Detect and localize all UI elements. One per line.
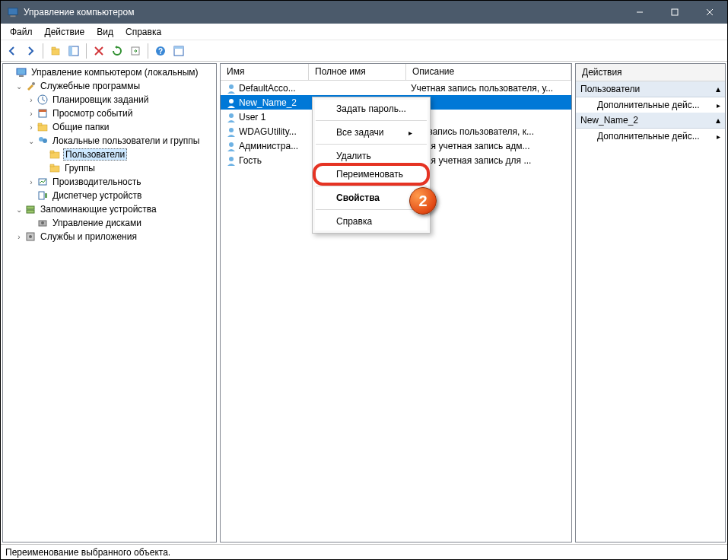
storage-icon: [24, 203, 37, 215]
tree-task-scheduler[interactable]: › Планировщик заданий: [3, 93, 216, 107]
svg-rect-34: [27, 206, 34, 209]
separator: [316, 209, 427, 210]
performance-icon: [37, 176, 49, 188]
svg-rect-1: [11, 15, 16, 17]
submenu-arrow-icon: ▸: [717, 101, 720, 110]
menu-file[interactable]: Файл: [4, 25, 39, 39]
show-hide-tree-button[interactable]: [65, 43, 82, 59]
tree-shared-folders[interactable]: › Общие папки: [3, 120, 216, 134]
ctx-all-tasks[interactable]: Все задачи▸: [315, 123, 428, 142]
submenu-arrow-icon: ▸: [717, 132, 720, 141]
collapse-arrow-icon: ▴: [716, 115, 720, 126]
svg-rect-22: [39, 110, 46, 112]
user-icon: [225, 140, 237, 152]
collapse-arrow-icon: ▴: [716, 84, 720, 94]
menu-help[interactable]: Справка: [119, 25, 167, 39]
services-icon: [24, 231, 37, 243]
statusbar: Переименование выбранного объекта.: [1, 544, 727, 559]
collapse-icon[interactable]: ⌄: [14, 205, 24, 214]
collapse-icon[interactable]: ⌄: [14, 82, 24, 91]
actions-pane: Действия Пользователи▴ Дополнительные де…: [575, 63, 726, 542]
refresh-button[interactable]: [109, 43, 126, 59]
svg-rect-16: [174, 46, 183, 49]
actions-more-2[interactable]: Дополнительные дейс...▸: [576, 129, 725, 144]
context-menu: Задать пароль... Все задачи▸ Удалить Пер…: [312, 97, 431, 234]
actions-header: Действия: [576, 64, 725, 81]
folder-icon: [49, 148, 61, 161]
tree-groups[interactable]: Группы: [3, 161, 216, 175]
tree-storage[interactable]: ⌄ Запоминающие устройства: [3, 202, 216, 216]
help-button[interactable]: ?: [152, 43, 169, 59]
svg-point-19: [32, 82, 35, 85]
menu-action[interactable]: Действие: [39, 25, 91, 39]
svg-point-37: [41, 221, 44, 224]
device-icon: [37, 189, 49, 202]
svg-rect-0: [8, 8, 17, 15]
tree-root[interactable]: Управление компьютером (локальным): [3, 65, 216, 79]
tree-pane: Управление компьютером (локальным) ⌄ Слу…: [2, 63, 217, 542]
svg-point-26: [43, 138, 47, 143]
back-button[interactable]: [4, 43, 21, 59]
event-icon: [37, 107, 49, 119]
folder-icon: [49, 162, 61, 174]
ctx-set-password[interactable]: Задать пароль...: [315, 100, 428, 118]
app-icon: [7, 6, 19, 18]
expand-icon[interactable]: ›: [26, 123, 37, 132]
title-text: Управление компьютером: [24, 7, 622, 18]
menu-view[interactable]: Вид: [91, 25, 119, 39]
tree-disk-management[interactable]: Управление дисками: [3, 216, 216, 230]
expand-icon[interactable]: ›: [14, 233, 24, 241]
maximize-button[interactable]: [657, 1, 692, 24]
close-button[interactable]: [692, 1, 727, 24]
clock-icon: [37, 94, 49, 106]
expand-icon[interactable]: ›: [26, 178, 37, 186]
column-description[interactable]: Описание: [406, 64, 571, 80]
delete-button[interactable]: [91, 43, 107, 59]
tree-local-users-groups[interactable]: ⌄ Локальные пользователи и группы: [3, 134, 216, 148]
actions-section-selection[interactable]: New_Name_2▴: [576, 113, 725, 129]
svg-point-43: [229, 128, 234, 132]
column-fullname[interactable]: Полное имя: [309, 64, 406, 80]
svg-rect-33: [45, 193, 47, 198]
svg-rect-9: [69, 46, 72, 56]
expand-icon[interactable]: ›: [26, 110, 37, 118]
up-button[interactable]: [47, 43, 64, 59]
tree-system-tools[interactable]: ⌄ Служебные программы: [3, 79, 216, 93]
user-icon: [225, 111, 237, 123]
svg-rect-24: [38, 123, 42, 126]
actions-more-1[interactable]: Дополнительные дейс...▸: [576, 97, 725, 113]
svg-point-40: [229, 84, 234, 89]
expand-icon[interactable]: ›: [26, 96, 37, 104]
actions-section-users[interactable]: Пользователи▴: [576, 81, 725, 97]
svg-rect-18: [19, 75, 24, 77]
svg-rect-17: [17, 68, 26, 75]
column-name[interactable]: Имя: [221, 64, 309, 80]
toolbar: ?: [1, 40, 727, 62]
export-button[interactable]: [127, 43, 144, 59]
tree-users[interactable]: Пользователи: [3, 148, 216, 161]
separator: [316, 186, 427, 186]
tree-performance[interactable]: › Производительность: [3, 175, 216, 189]
user-icon: [225, 154, 237, 167]
svg-point-45: [229, 157, 234, 161]
properties-button[interactable]: [170, 43, 187, 59]
separator: [316, 120, 427, 121]
svg-rect-7: [52, 47, 56, 49]
minimize-button[interactable]: [622, 1, 657, 24]
svg-rect-28: [50, 151, 54, 153]
forward-button[interactable]: [22, 43, 39, 59]
ctx-rename[interactable]: Переименовать: [315, 165, 428, 183]
content-area: Управление компьютером (локальным) ⌄ Слу…: [1, 62, 727, 544]
list-row[interactable]: DefaultAcco... Учетная запись пользовате…: [221, 81, 571, 95]
titlebar: Управление компьютером: [1, 1, 727, 24]
tree-device-manager[interactable]: Диспетчер устройств: [3, 189, 216, 202]
ctx-delete[interactable]: Удалить: [315, 147, 428, 165]
ctx-help[interactable]: Справка: [315, 212, 428, 231]
collapse-icon[interactable]: ⌄: [26, 137, 37, 145]
user-icon: [225, 97, 237, 109]
tree-event-viewer[interactable]: › Просмотр событий: [3, 107, 216, 120]
svg-rect-32: [39, 192, 44, 199]
svg-rect-3: [672, 9, 678, 15]
tree-services-apps[interactable]: › Службы и приложения: [3, 230, 216, 243]
svg-rect-30: [50, 164, 54, 167]
